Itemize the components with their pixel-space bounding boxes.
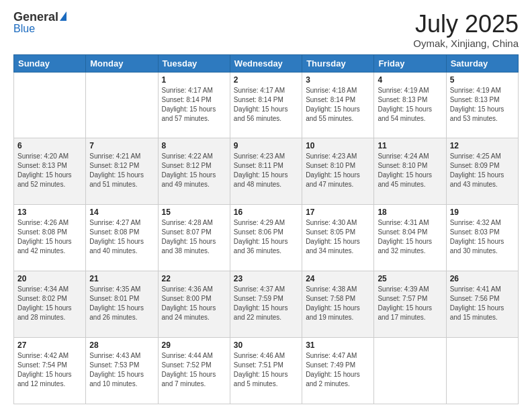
day-header-friday: Friday <box>374 54 446 72</box>
day-header-saturday: Saturday <box>446 54 518 72</box>
day-header-sunday: Sunday <box>14 54 86 72</box>
day-number: 7 <box>89 141 154 150</box>
day-info: Sunrise: 4:25 AM Sunset: 8:09 PM Dayligh… <box>450 152 515 189</box>
title-block: July 2025 Oymak, Xinjiang, China <box>413 11 519 49</box>
calendar-cell: 30Sunrise: 4:46 AM Sunset: 7:51 PM Dayli… <box>230 338 302 404</box>
calendar-cell <box>86 72 158 138</box>
day-info: Sunrise: 4:31 AM Sunset: 8:04 PM Dayligh… <box>378 218 442 256</box>
logo-triangle-icon <box>60 11 66 21</box>
day-number: 14 <box>89 208 154 217</box>
calendar-cell: 15Sunrise: 4:28 AM Sunset: 8:07 PM Dayli… <box>158 205 230 271</box>
calendar-header-row: SundayMondayTuesdayWednesdayThursdayFrid… <box>14 54 519 72</box>
day-number: 27 <box>17 340 82 350</box>
day-number: 19 <box>450 208 515 217</box>
day-number: 9 <box>234 141 298 150</box>
day-number: 1 <box>162 75 226 85</box>
header: General Blue July 2025 Oymak, Xinjiang, … <box>13 11 519 49</box>
day-number: 2 <box>234 75 298 85</box>
calendar-cell: 25Sunrise: 4:39 AM Sunset: 7:57 PM Dayli… <box>374 271 446 338</box>
day-number: 8 <box>162 141 226 150</box>
day-info: Sunrise: 4:19 AM Sunset: 8:13 PM Dayligh… <box>378 86 442 124</box>
calendar-cell: 8Sunrise: 4:22 AM Sunset: 8:12 PM Daylig… <box>158 138 230 205</box>
logo-blue-text: Blue <box>13 23 35 35</box>
calendar-cell: 24Sunrise: 4:38 AM Sunset: 7:58 PM Dayli… <box>302 271 374 338</box>
calendar-cell: 18Sunrise: 4:31 AM Sunset: 8:04 PM Dayli… <box>374 205 446 271</box>
calendar-cell: 4Sunrise: 4:19 AM Sunset: 8:13 PM Daylig… <box>374 72 446 138</box>
calendar-cell: 17Sunrise: 4:30 AM Sunset: 8:05 PM Dayli… <box>302 205 374 271</box>
calendar-cell: 9Sunrise: 4:23 AM Sunset: 8:11 PM Daylig… <box>230 138 302 205</box>
main-title: July 2025 <box>413 11 519 38</box>
day-info: Sunrise: 4:35 AM Sunset: 8:01 PM Dayligh… <box>89 285 154 322</box>
day-info: Sunrise: 4:26 AM Sunset: 8:08 PM Dayligh… <box>17 218 82 256</box>
day-number: 13 <box>17 208 82 217</box>
day-info: Sunrise: 4:23 AM Sunset: 8:11 PM Dayligh… <box>234 152 298 189</box>
day-number: 21 <box>89 274 154 283</box>
calendar-cell: 29Sunrise: 4:44 AM Sunset: 7:52 PM Dayli… <box>158 338 230 404</box>
day-info: Sunrise: 4:42 AM Sunset: 7:54 PM Dayligh… <box>17 351 82 389</box>
day-header-monday: Monday <box>86 54 158 72</box>
day-info: Sunrise: 4:20 AM Sunset: 8:13 PM Dayligh… <box>17 152 82 189</box>
calendar-cell: 22Sunrise: 4:36 AM Sunset: 8:00 PM Dayli… <box>158 271 230 338</box>
calendar-cell: 7Sunrise: 4:21 AM Sunset: 8:12 PM Daylig… <box>86 138 158 205</box>
calendar-cell <box>374 338 446 404</box>
day-info: Sunrise: 4:44 AM Sunset: 7:52 PM Dayligh… <box>162 351 226 389</box>
calendar-table: SundayMondayTuesdayWednesdayThursdayFrid… <box>13 54 519 404</box>
day-number: 3 <box>306 75 370 85</box>
day-number: 18 <box>378 208 442 217</box>
calendar-cell: 23Sunrise: 4:37 AM Sunset: 7:59 PM Dayli… <box>230 271 302 338</box>
day-info: Sunrise: 4:41 AM Sunset: 7:56 PM Dayligh… <box>450 285 515 322</box>
calendar-cell <box>446 338 518 404</box>
day-header-wednesday: Wednesday <box>230 54 302 72</box>
day-info: Sunrise: 4:27 AM Sunset: 8:08 PM Dayligh… <box>89 218 154 256</box>
calendar-cell: 6Sunrise: 4:20 AM Sunset: 8:13 PM Daylig… <box>14 138 86 205</box>
day-info: Sunrise: 4:17 AM Sunset: 8:14 PM Dayligh… <box>162 86 226 124</box>
week-row-3: 13Sunrise: 4:26 AM Sunset: 8:08 PM Dayli… <box>14 205 519 271</box>
week-row-2: 6Sunrise: 4:20 AM Sunset: 8:13 PM Daylig… <box>14 138 519 205</box>
week-row-4: 20Sunrise: 4:34 AM Sunset: 8:02 PM Dayli… <box>14 271 519 338</box>
calendar-cell: 11Sunrise: 4:24 AM Sunset: 8:10 PM Dayli… <box>374 138 446 205</box>
calendar-cell: 16Sunrise: 4:29 AM Sunset: 8:06 PM Dayli… <box>230 205 302 271</box>
day-info: Sunrise: 4:24 AM Sunset: 8:10 PM Dayligh… <box>378 152 442 189</box>
day-number: 22 <box>162 274 226 283</box>
calendar-cell: 31Sunrise: 4:47 AM Sunset: 7:49 PM Dayli… <box>302 338 374 404</box>
day-number: 15 <box>162 208 226 217</box>
day-info: Sunrise: 4:29 AM Sunset: 8:06 PM Dayligh… <box>234 218 298 256</box>
calendar-cell: 12Sunrise: 4:25 AM Sunset: 8:09 PM Dayli… <box>446 138 518 205</box>
week-row-1: 1Sunrise: 4:17 AM Sunset: 8:14 PM Daylig… <box>14 72 519 138</box>
calendar-cell: 10Sunrise: 4:23 AM Sunset: 8:10 PM Dayli… <box>302 138 374 205</box>
day-info: Sunrise: 4:22 AM Sunset: 8:12 PM Dayligh… <box>162 152 226 189</box>
calendar-cell: 2Sunrise: 4:17 AM Sunset: 8:14 PM Daylig… <box>230 72 302 138</box>
calendar-cell: 28Sunrise: 4:43 AM Sunset: 7:53 PM Dayli… <box>86 338 158 404</box>
day-header-thursday: Thursday <box>302 54 374 72</box>
day-number: 25 <box>378 274 442 283</box>
calendar-cell: 13Sunrise: 4:26 AM Sunset: 8:08 PM Dayli… <box>14 205 86 271</box>
day-number: 6 <box>17 141 82 150</box>
week-row-5: 27Sunrise: 4:42 AM Sunset: 7:54 PM Dayli… <box>14 338 519 404</box>
page: General Blue July 2025 Oymak, Xinjiang, … <box>0 0 532 411</box>
day-number: 20 <box>17 274 82 283</box>
day-number: 28 <box>89 340 154 350</box>
day-number: 4 <box>378 75 442 85</box>
calendar-cell: 26Sunrise: 4:41 AM Sunset: 7:56 PM Dayli… <box>446 271 518 338</box>
day-number: 16 <box>234 208 298 217</box>
day-number: 26 <box>450 274 515 283</box>
day-header-tuesday: Tuesday <box>158 54 230 72</box>
calendar-cell: 14Sunrise: 4:27 AM Sunset: 8:08 PM Dayli… <box>86 205 158 271</box>
day-info: Sunrise: 4:28 AM Sunset: 8:07 PM Dayligh… <box>162 218 226 256</box>
day-info: Sunrise: 4:43 AM Sunset: 7:53 PM Dayligh… <box>89 351 154 389</box>
day-info: Sunrise: 4:21 AM Sunset: 8:12 PM Dayligh… <box>89 152 154 189</box>
day-info: Sunrise: 4:46 AM Sunset: 7:51 PM Dayligh… <box>234 351 298 389</box>
day-info: Sunrise: 4:23 AM Sunset: 8:10 PM Dayligh… <box>306 152 370 189</box>
subtitle: Oymak, Xinjiang, China <box>413 38 519 49</box>
day-info: Sunrise: 4:18 AM Sunset: 8:14 PM Dayligh… <box>306 86 370 124</box>
day-info: Sunrise: 4:30 AM Sunset: 8:05 PM Dayligh… <box>306 218 370 256</box>
logo-general-text: General <box>13 11 58 23</box>
day-number: 31 <box>306 340 370 350</box>
day-info: Sunrise: 4:17 AM Sunset: 8:14 PM Dayligh… <box>234 86 298 124</box>
calendar-cell: 27Sunrise: 4:42 AM Sunset: 7:54 PM Dayli… <box>14 338 86 404</box>
calendar-cell: 19Sunrise: 4:32 AM Sunset: 8:03 PM Dayli… <box>446 205 518 271</box>
calendar-cell: 5Sunrise: 4:19 AM Sunset: 8:13 PM Daylig… <box>446 72 518 138</box>
day-number: 24 <box>306 274 370 283</box>
day-number: 23 <box>234 274 298 283</box>
day-number: 10 <box>306 141 370 150</box>
